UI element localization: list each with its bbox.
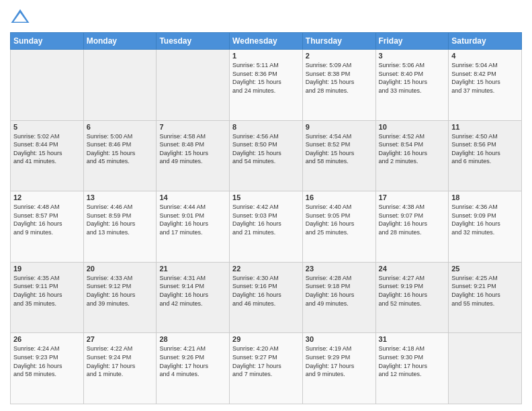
weekday-header-friday: Friday xyxy=(375,33,449,50)
day-number: 19 xyxy=(13,265,81,273)
page: SundayMondayTuesdayWednesdayThursdayFrid… xyxy=(0,0,532,411)
day-number: 16 xyxy=(306,193,373,201)
day-info: Sunrise: 4:27 AM Sunset: 9:19 PM Dayligh… xyxy=(379,274,446,308)
day-number: 8 xyxy=(232,123,300,131)
day-number: 5 xyxy=(13,123,81,131)
calendar-cell: 14Sunrise: 4:44 AM Sunset: 9:01 PM Dayli… xyxy=(157,191,230,263)
day-number: 18 xyxy=(451,193,519,201)
calendar-body: 1Sunrise: 5:11 AM Sunset: 8:36 PM Daylig… xyxy=(11,50,522,404)
calendar-cell: 23Sunrise: 4:28 AM Sunset: 9:18 PM Dayli… xyxy=(302,262,375,333)
day-number: 26 xyxy=(13,335,81,343)
calendar-cell: 31Sunrise: 4:18 AM Sunset: 9:30 PM Dayli… xyxy=(375,333,449,404)
day-number: 24 xyxy=(379,265,446,273)
day-number: 3 xyxy=(379,52,446,60)
calendar-cell: 10Sunrise: 4:52 AM Sunset: 8:54 PM Dayli… xyxy=(375,120,449,191)
day-info: Sunrise: 4:52 AM Sunset: 8:54 PM Dayligh… xyxy=(379,132,446,166)
day-number: 23 xyxy=(306,265,373,273)
calendar-cell: 6Sunrise: 5:00 AM Sunset: 8:46 PM Daylig… xyxy=(83,120,157,191)
day-info: Sunrise: 4:30 AM Sunset: 9:16 PM Dayligh… xyxy=(232,274,300,308)
day-info: Sunrise: 4:25 AM Sunset: 9:21 PM Dayligh… xyxy=(451,274,519,308)
calendar-cell: 27Sunrise: 4:22 AM Sunset: 9:24 PM Dayli… xyxy=(83,333,157,404)
calendar-cell: 13Sunrise: 4:46 AM Sunset: 8:59 PM Dayli… xyxy=(83,191,157,263)
day-number: 15 xyxy=(232,193,300,201)
day-number: 29 xyxy=(232,335,300,343)
day-info: Sunrise: 4:36 AM Sunset: 9:09 PM Dayligh… xyxy=(451,203,519,236)
day-info: Sunrise: 4:21 AM Sunset: 9:26 PM Dayligh… xyxy=(159,345,226,378)
calendar-cell: 26Sunrise: 4:24 AM Sunset: 9:23 PM Dayli… xyxy=(11,333,84,404)
day-number: 20 xyxy=(87,265,154,273)
day-info: Sunrise: 4:33 AM Sunset: 9:12 PM Dayligh… xyxy=(87,274,154,308)
day-info: Sunrise: 4:44 AM Sunset: 9:01 PM Dayligh… xyxy=(159,203,226,236)
calendar-cell: 24Sunrise: 4:27 AM Sunset: 9:19 PM Dayli… xyxy=(375,262,449,333)
calendar-cell: 7Sunrise: 4:58 AM Sunset: 8:48 PM Daylig… xyxy=(157,120,230,191)
calendar-cell xyxy=(157,50,230,121)
day-number: 14 xyxy=(159,193,226,201)
day-info: Sunrise: 4:35 AM Sunset: 9:11 PM Dayligh… xyxy=(13,274,81,308)
day-number: 22 xyxy=(232,265,300,273)
day-info: Sunrise: 4:46 AM Sunset: 8:59 PM Dayligh… xyxy=(87,203,154,236)
calendar-cell: 8Sunrise: 4:56 AM Sunset: 8:50 PM Daylig… xyxy=(230,120,303,191)
day-number: 2 xyxy=(306,52,373,60)
day-info: Sunrise: 4:20 AM Sunset: 9:27 PM Dayligh… xyxy=(232,345,300,378)
day-number: 28 xyxy=(159,335,226,343)
calendar-cell: 3Sunrise: 5:06 AM Sunset: 8:40 PM Daylig… xyxy=(375,50,449,121)
day-info: Sunrise: 4:28 AM Sunset: 9:18 PM Dayligh… xyxy=(306,274,373,308)
calendar-cell: 1Sunrise: 5:11 AM Sunset: 8:36 PM Daylig… xyxy=(230,50,303,121)
day-info: Sunrise: 4:18 AM Sunset: 9:30 PM Dayligh… xyxy=(379,345,446,378)
day-info: Sunrise: 5:06 AM Sunset: 8:40 PM Dayligh… xyxy=(379,61,446,95)
day-info: Sunrise: 4:31 AM Sunset: 9:14 PM Dayligh… xyxy=(159,274,226,308)
calendar-cell: 12Sunrise: 4:48 AM Sunset: 8:57 PM Dayli… xyxy=(11,191,84,263)
week-row: 1Sunrise: 5:11 AM Sunset: 8:36 PM Daylig… xyxy=(11,50,522,121)
day-number: 9 xyxy=(306,123,373,131)
day-info: Sunrise: 4:24 AM Sunset: 9:23 PM Dayligh… xyxy=(13,345,81,378)
calendar-cell xyxy=(83,50,157,121)
day-info: Sunrise: 5:11 AM Sunset: 8:36 PM Dayligh… xyxy=(232,61,300,95)
week-row: 26Sunrise: 4:24 AM Sunset: 9:23 PM Dayli… xyxy=(11,333,522,404)
calendar-cell: 18Sunrise: 4:36 AM Sunset: 9:09 PM Dayli… xyxy=(449,191,522,263)
calendar-cell: 30Sunrise: 4:19 AM Sunset: 9:29 PM Dayli… xyxy=(302,333,375,404)
weekday-header-tuesday: Tuesday xyxy=(157,33,230,50)
calendar-cell xyxy=(449,333,522,404)
calendar-cell: 28Sunrise: 4:21 AM Sunset: 9:26 PM Dayli… xyxy=(157,333,230,404)
calendar-cell: 2Sunrise: 5:09 AM Sunset: 8:38 PM Daylig… xyxy=(302,50,375,121)
day-number: 13 xyxy=(87,193,154,201)
day-number: 10 xyxy=(379,123,446,131)
weekday-row: SundayMondayTuesdayWednesdayThursdayFrid… xyxy=(11,33,522,50)
day-number: 17 xyxy=(379,193,446,201)
day-info: Sunrise: 4:48 AM Sunset: 8:57 PM Dayligh… xyxy=(13,203,81,236)
day-number: 31 xyxy=(379,335,446,343)
day-info: Sunrise: 4:50 AM Sunset: 8:56 PM Dayligh… xyxy=(451,132,519,166)
day-number: 30 xyxy=(306,335,373,343)
day-number: 27 xyxy=(87,335,154,343)
day-number: 6 xyxy=(87,123,154,131)
logo xyxy=(10,7,32,27)
calendar-cell: 15Sunrise: 4:42 AM Sunset: 9:03 PM Dayli… xyxy=(230,191,303,263)
calendar-cell: 19Sunrise: 4:35 AM Sunset: 9:11 PM Dayli… xyxy=(11,262,84,333)
calendar-cell: 9Sunrise: 4:54 AM Sunset: 8:52 PM Daylig… xyxy=(302,120,375,191)
weekday-header-wednesday: Wednesday xyxy=(230,33,303,50)
day-number: 4 xyxy=(451,52,519,60)
day-info: Sunrise: 4:54 AM Sunset: 8:52 PM Dayligh… xyxy=(306,132,373,166)
day-info: Sunrise: 5:04 AM Sunset: 8:42 PM Dayligh… xyxy=(451,61,519,95)
calendar-cell xyxy=(11,50,84,121)
calendar-cell: 21Sunrise: 4:31 AM Sunset: 9:14 PM Dayli… xyxy=(157,262,230,333)
day-info: Sunrise: 4:22 AM Sunset: 9:24 PM Dayligh… xyxy=(87,345,154,378)
calendar-cell: 4Sunrise: 5:04 AM Sunset: 8:42 PM Daylig… xyxy=(449,50,522,121)
calendar-cell: 29Sunrise: 4:20 AM Sunset: 9:27 PM Dayli… xyxy=(230,333,303,404)
day-info: Sunrise: 4:58 AM Sunset: 8:48 PM Dayligh… xyxy=(159,132,226,166)
day-info: Sunrise: 4:56 AM Sunset: 8:50 PM Dayligh… xyxy=(232,132,300,166)
calendar-cell: 16Sunrise: 4:40 AM Sunset: 9:05 PM Dayli… xyxy=(302,191,375,263)
calendar-cell: 5Sunrise: 5:02 AM Sunset: 8:44 PM Daylig… xyxy=(11,120,84,191)
weekday-header-monday: Monday xyxy=(83,33,157,50)
day-info: Sunrise: 4:42 AM Sunset: 9:03 PM Dayligh… xyxy=(232,203,300,236)
calendar-cell: 11Sunrise: 4:50 AM Sunset: 8:56 PM Dayli… xyxy=(449,120,522,191)
day-number: 11 xyxy=(451,123,519,131)
day-number: 7 xyxy=(159,123,226,131)
day-info: Sunrise: 4:38 AM Sunset: 9:07 PM Dayligh… xyxy=(379,203,446,236)
calendar-cell: 25Sunrise: 4:25 AM Sunset: 9:21 PM Dayli… xyxy=(449,262,522,333)
week-row: 5Sunrise: 5:02 AM Sunset: 8:44 PM Daylig… xyxy=(11,120,522,191)
day-info: Sunrise: 5:02 AM Sunset: 8:44 PM Dayligh… xyxy=(13,132,81,166)
day-number: 21 xyxy=(159,265,226,273)
week-row: 19Sunrise: 4:35 AM Sunset: 9:11 PM Dayli… xyxy=(11,262,522,333)
weekday-header-sunday: Sunday xyxy=(11,33,84,50)
